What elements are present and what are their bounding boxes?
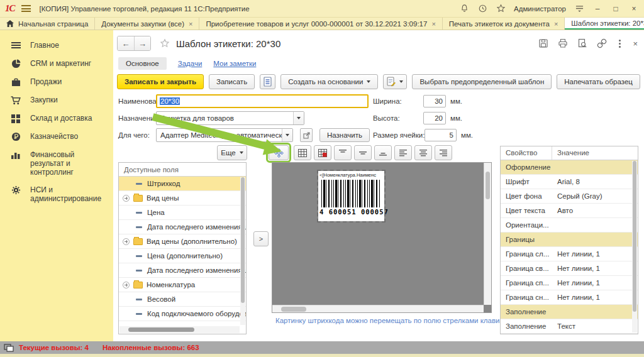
- cell-size-input[interactable]: 5: [425, 129, 457, 141]
- form-close-icon[interactable]: ×: [633, 39, 638, 48]
- preview-icon[interactable]: [577, 38, 587, 48]
- property-row-text-color[interactable]: Цвет текстаАвто: [501, 204, 638, 218]
- table-grid-red-button[interactable]: [314, 145, 331, 160]
- fields-horizontal-scrollbar[interactable]: [119, 326, 240, 333]
- favorites-star-icon[interactable]: [496, 4, 506, 14]
- expand-icon[interactable]: [123, 195, 130, 202]
- link-icon[interactable]: [597, 38, 607, 48]
- marked-doc-button[interactable]: [383, 74, 407, 89]
- tab-home[interactable]: Начальная страница: [0, 18, 95, 30]
- for-what-select[interactable]: Адаптер Meditech для автоматических т: [156, 128, 293, 142]
- window-close-button[interactable]: ×: [629, 4, 639, 13]
- window-minimize-button[interactable]: –: [592, 4, 602, 13]
- properties-vertical-scrollbar[interactable]: [632, 161, 637, 332]
- field-item-price-kind[interactable]: Вид цены: [119, 191, 246, 206]
- text-align-right-button[interactable]: [435, 145, 452, 160]
- save-icon[interactable]: [538, 38, 548, 48]
- purpose-dropdown-icon[interactable]: [293, 112, 304, 124]
- property-section-appearance[interactable]: Оформление: [501, 160, 638, 175]
- notifications-bell-icon[interactable]: [459, 4, 469, 14]
- open-link-button[interactable]: [300, 128, 313, 142]
- field-item-price-change-date[interactable]: Дата последнего изменения цены: [119, 220, 246, 234]
- ruble-icon: [10, 132, 21, 141]
- for-what-dropdown-icon[interactable]: [282, 129, 292, 141]
- print-sample-button[interactable]: Напечатать образец: [557, 74, 640, 89]
- calls-windows-icon[interactable]: [4, 344, 14, 352]
- text-align-center-button[interactable]: [414, 145, 432, 160]
- tab-close-icon[interactable]: ×: [554, 20, 558, 28]
- transfer-field-button[interactable]: >: [253, 231, 269, 246]
- tab-print-labels[interactable]: Печать этикеток из документа ×: [443, 18, 565, 30]
- field-item-price[interactable]: Цена: [119, 206, 246, 220]
- table-grid-button[interactable]: [294, 145, 311, 160]
- property-row-border-left[interactable]: Граница сл...Нет линии, 1: [501, 247, 638, 261]
- favorite-star-icon[interactable]: [160, 38, 170, 48]
- window-maximize-button[interactable]: □: [611, 4, 621, 13]
- align-middle-button[interactable]: [354, 145, 372, 160]
- fields-vertical-scrollbar[interactable]: [240, 177, 245, 325]
- height-input[interactable]: 20: [423, 112, 446, 124]
- tab-close-icon[interactable]: ×: [189, 20, 192, 28]
- tab-close-icon[interactable]: ×: [431, 20, 435, 28]
- move-barcode-button[interactable]: [269, 145, 289, 160]
- choose-predefined-template-button[interactable]: Выбрать предопределенный шаблон: [412, 74, 552, 89]
- sidebar-item-crm[interactable]: CRM и маркетинг: [0, 55, 113, 73]
- purpose-select[interactable]: Этикетка для товаров: [156, 111, 304, 125]
- field-item-price-additional[interactable]: Цена (дополнительно): [119, 249, 246, 263]
- field-item-nomenclature[interactable]: Номенклатура: [119, 278, 246, 292]
- barcode-label[interactable]: <[Номенклатура.Наименс 4 600051 000057: [318, 171, 384, 221]
- folder-icon: [133, 238, 143, 245]
- back-button[interactable]: ←: [118, 36, 134, 50]
- sidebar-item-purchases[interactable]: Закупки: [0, 91, 113, 109]
- tab-my-notes[interactable]: Мои заметки: [213, 60, 256, 67]
- sidebar-item-warehouse[interactable]: Склад и доставка: [0, 109, 113, 128]
- property-row-border-right[interactable]: Граница сп...Нет линии, 1: [501, 276, 638, 290]
- tab-purchase-documents[interactable]: Документы закупки (все) ×: [95, 18, 199, 30]
- align-bottom-button[interactable]: [374, 145, 392, 160]
- save-button[interactable]: Записать: [209, 74, 255, 89]
- sidebar-item-treasury[interactable]: Казначейство: [0, 128, 113, 146]
- save-and-close-button[interactable]: Записать и закрыть: [117, 74, 204, 89]
- property-row-fill[interactable]: ЗаполнениеТекст: [501, 319, 638, 334]
- tools-settings-icon[interactable]: [574, 4, 584, 14]
- sidebar-item-admin[interactable]: НСИ и администрирование: [0, 181, 113, 207]
- field-item-price-kind-additional[interactable]: Вид цены (дополнительно): [119, 234, 246, 249]
- property-section-fill[interactable]: Заполнение: [501, 305, 638, 319]
- field-item-weight[interactable]: Весовой: [119, 292, 246, 307]
- expand-icon[interactable]: [123, 238, 130, 245]
- property-row-background-color[interactable]: Цвет фонаСерый (Gray): [501, 189, 638, 204]
- property-row-orientation[interactable]: Ориентаци...: [501, 218, 638, 233]
- sidebar-item-main[interactable]: Главное: [0, 36, 113, 55]
- sidebar-item-financial-result[interactable]: Финансовый результат и контроллинг: [0, 146, 113, 181]
- field-item-barcode[interactable]: Штрихкод: [119, 177, 246, 191]
- name-input[interactable]: 20*30: [156, 94, 369, 108]
- forward-button[interactable]: →: [134, 36, 150, 50]
- property-row-border-top[interactable]: Граница св...Нет линии, 1: [501, 261, 638, 276]
- property-row-font[interactable]: ШрифтArial, 8: [501, 175, 638, 189]
- print-icon[interactable]: [558, 38, 568, 48]
- property-row-border-bottom[interactable]: Граница сн...Нет линии, 1: [501, 290, 638, 305]
- field-item-price-change-date-2[interactable]: Дата последнего изменения цены: [119, 263, 246, 278]
- tab-main[interactable]: Основное: [118, 57, 167, 70]
- canvas-horizontal-scrollbar[interactable]: [272, 305, 484, 312]
- current-user[interactable]: Администратор: [514, 5, 566, 13]
- width-input[interactable]: 30: [423, 95, 446, 107]
- editor-more-button[interactable]: Еще: [217, 145, 247, 160]
- create-based-on-button[interactable]: Создать на основании: [280, 74, 378, 89]
- main-menu-icon[interactable]: [21, 5, 31, 12]
- align-top-button[interactable]: [334, 145, 352, 160]
- tab-tasks[interactable]: Задачи: [178, 60, 203, 67]
- assign-button[interactable]: Назначить: [319, 128, 370, 142]
- tab-label-template[interactable]: Шаблон этикетки: 20*30 ×: [565, 18, 644, 30]
- tab-goods-services[interactable]: Приобретение товаров и услуг 0000-000001…: [199, 18, 442, 30]
- label-canvas[interactable]: <[Номенклатура.Наименс 4 600051 000057: [272, 162, 492, 313]
- canvas-vertical-scrollbar[interactable]: [484, 163, 491, 305]
- more-kebab-icon[interactable]: [616, 43, 623, 45]
- expand-icon[interactable]: [123, 282, 130, 288]
- report-doc-button[interactable]: [260, 74, 275, 89]
- sidebar-item-sales[interactable]: Продажи: [0, 73, 113, 91]
- history-clock-icon[interactable]: [477, 4, 487, 14]
- field-item-equipment-code[interactable]: Код подключаемого оборудования: [119, 307, 246, 321]
- property-section-borders[interactable]: Границы: [501, 233, 638, 247]
- text-align-left-button[interactable]: [394, 145, 412, 160]
